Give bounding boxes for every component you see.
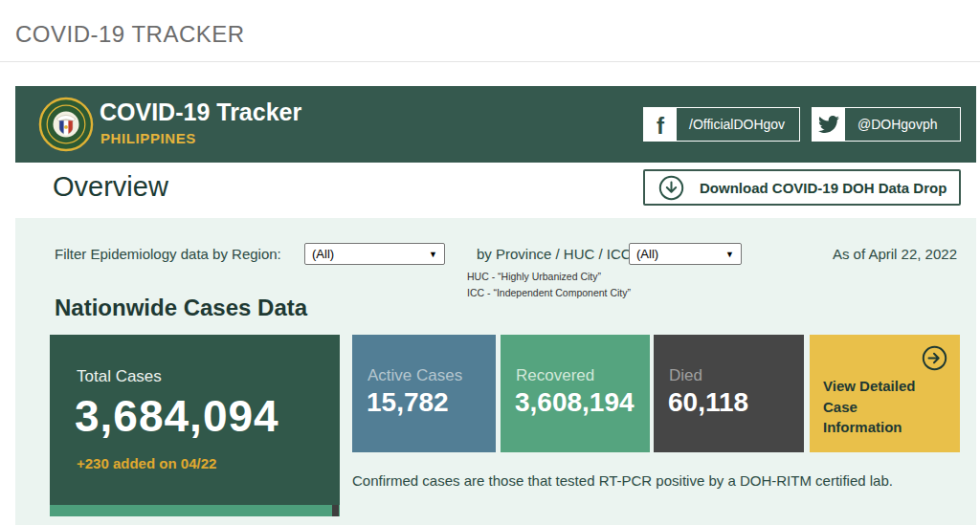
- header-subtitle: PHILIPPINES: [100, 130, 196, 146]
- province-filter-label: by Province / HUC / ICC:: [477, 246, 635, 262]
- overview-heading: Overview: [53, 171, 168, 203]
- recovered-value: 3,608,194: [515, 387, 635, 418]
- view-detailed-case-info-label: View Detailed Case Information: [823, 376, 940, 438]
- died-card: Died 60,118: [654, 335, 804, 452]
- horizontal-scrollbar[interactable]: [50, 505, 340, 516]
- died-label: Died: [669, 366, 702, 385]
- download-button-label: Download COVID-19 DOH Data Drop: [700, 180, 947, 196]
- page-title: COVID-19 TRACKER: [15, 21, 245, 48]
- facebook-icon: f: [644, 108, 677, 141]
- twitter-handle: @DOHgovph: [845, 117, 937, 132]
- nationwide-cases-heading: Nationwide Cases Data: [55, 295, 307, 321]
- active-cases-card: Active Cases 15,782: [352, 335, 496, 452]
- title-divider: [0, 61, 980, 62]
- total-cases-label: Total Cases: [77, 367, 162, 386]
- active-cases-label: Active Cases: [368, 366, 462, 385]
- download-icon: [658, 175, 684, 201]
- arrow-right-circle-icon: [922, 345, 947, 371]
- confirmed-cases-note: Confirmed cases are those that tested RT…: [352, 472, 893, 489]
- total-cases-card: Total Cases 3,684,094 +230 added on 04/2…: [50, 335, 340, 505]
- twitter-icon: [813, 108, 845, 141]
- province-filter-select[interactable]: (All) ▼: [629, 243, 742, 265]
- doh-seal-logo: [38, 97, 94, 152]
- recovered-card: Recovered 3,608,194: [501, 335, 650, 452]
- huc-definition: HUC - “Highly Urbanized City”: [467, 271, 601, 282]
- header-title: COVID-19 Tracker: [100, 98, 301, 126]
- total-cases-value: 3,684,094: [75, 390, 279, 442]
- overview-panel: Filter Epidemiology data by Region: (All…: [15, 218, 976, 525]
- active-cases-value: 15,782: [367, 387, 449, 418]
- dashboard-header: COVID-19 Tracker PHILIPPINES f /Official…: [15, 86, 976, 163]
- view-detailed-case-info-card[interactable]: View Detailed Case Information: [810, 335, 960, 452]
- region-filter-value: (All): [312, 247, 334, 261]
- icc-definition: ICC - “Independent Component City”: [467, 287, 631, 298]
- twitter-link[interactable]: @DOHgovph: [812, 107, 961, 142]
- covid-tracker-page: COVID-19 TRACKER COVID-19 Tracker PHILIP…: [0, 0, 980, 525]
- region-filter-select[interactable]: (All) ▼: [304, 243, 445, 265]
- facebook-link[interactable]: f /OfficialDOHgov: [643, 107, 800, 142]
- as-of-date: As of April 22, 2022: [833, 246, 957, 262]
- download-data-drop-button[interactable]: Download COVID-19 DOH Data Drop: [643, 169, 961, 206]
- facebook-handle: /OfficialDOHgov: [677, 117, 785, 132]
- recovered-label: Recovered: [516, 366, 594, 385]
- province-filter-value: (All): [636, 247, 658, 261]
- chevron-down-icon: ▼: [725, 250, 734, 259]
- died-value: 60,118: [668, 387, 748, 418]
- chevron-down-icon: ▼: [429, 250, 437, 259]
- overview-row: Overview Download COVID-19 DOH Data Drop: [15, 163, 976, 218]
- scrollbar-end-notch: [332, 505, 339, 516]
- region-filter-label: Filter Epidemiology data by Region:: [55, 246, 281, 262]
- total-cases-delta: +230 added on 04/22: [77, 455, 216, 471]
